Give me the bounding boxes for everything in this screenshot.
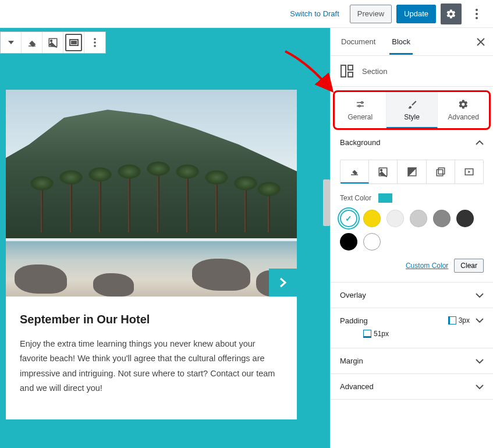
panel-padding: Padding 3px 51px <box>331 308 493 348</box>
settings-sidebar: Document Block Section General Style <box>330 28 493 448</box>
svg-point-1 <box>476 13 478 15</box>
paint-bucket-button[interactable] <box>22 32 42 53</box>
chevron-down-icon <box>476 384 484 389</box>
padding-left-icon <box>448 316 456 324</box>
svg-rect-10 <box>341 65 346 77</box>
panel-padding-toggle[interactable]: Padding 3px 51px <box>331 308 493 348</box>
color-swatch-yellow[interactable] <box>363 210 381 227</box>
panel-background-label: Background <box>340 138 380 147</box>
subtab-general-label: General <box>347 113 373 121</box>
panel-overlay-toggle[interactable]: Overlay <box>331 283 493 308</box>
clear-color-button[interactable]: Clear <box>454 259 484 273</box>
tab-document[interactable]: Document <box>333 29 384 54</box>
panel-margin-toggle[interactable]: Margin <box>331 348 493 373</box>
image-icon <box>48 37 58 48</box>
chevron-down-icon <box>476 318 484 323</box>
preview-button[interactable]: Preview <box>350 5 392 23</box>
color-swatch-charcoal[interactable] <box>456 210 474 227</box>
gear-icon <box>458 99 469 110</box>
svg-point-14 <box>359 105 360 107</box>
more-options-button[interactable] <box>466 3 487 24</box>
block-type-row: Section <box>331 56 493 87</box>
panel-padding-label: Padding <box>340 316 368 325</box>
card-text[interactable]: Enjoy the extra time learning things you… <box>20 337 283 396</box>
sidebar-tabs: Document Block <box>331 28 493 56</box>
section-block-icon <box>340 64 354 78</box>
editor-canvas[interactable]: September in Our Hotel Enjoy the extra t… <box>0 28 330 448</box>
card-title[interactable]: September in Our Hotel <box>20 313 283 326</box>
fullwidth-button[interactable] <box>63 32 84 53</box>
bg-type-video[interactable] <box>455 160 483 184</box>
subtab-style[interactable]: Style <box>386 92 438 128</box>
svg-rect-18 <box>438 168 445 174</box>
padding-bottom-value: 51px <box>374 330 389 338</box>
paint-bucket-icon <box>349 166 360 177</box>
chevron-down-icon <box>8 41 14 44</box>
bg-type-gradient[interactable] <box>398 160 426 184</box>
panel-background-toggle[interactable]: Background <box>331 130 493 155</box>
subtab-advanced-label: Advanced <box>448 113 478 121</box>
update-button[interactable]: Update <box>396 5 436 23</box>
scrollbar-thumb[interactable] <box>323 179 330 226</box>
chevron-down-icon <box>476 293 484 298</box>
layers-icon <box>435 167 446 177</box>
bg-type-image[interactable] <box>369 160 398 184</box>
sliders-icon <box>355 99 366 110</box>
svg-point-8 <box>94 41 96 44</box>
subtab-style-label: Style <box>404 113 420 121</box>
brush-icon <box>407 99 417 110</box>
panel-margin-label: Margin <box>340 357 363 365</box>
image-button[interactable] <box>42 32 63 53</box>
card-image <box>6 90 297 297</box>
chevron-up-icon <box>476 140 484 145</box>
kebab-icon <box>476 9 478 19</box>
text-color-label: Text Color <box>340 194 371 202</box>
sidebar-close-button[interactable] <box>471 32 491 52</box>
switch-to-draft-link[interactable]: Switch to Draft <box>290 9 339 18</box>
gear-icon <box>446 9 456 19</box>
svg-rect-6 <box>72 41 76 44</box>
block-type-dropdown[interactable] <box>1 32 22 53</box>
chevron-down-icon <box>476 359 484 364</box>
bg-type-color[interactable] <box>341 160 369 184</box>
bg-type-slider[interactable] <box>427 160 455 184</box>
svg-rect-19 <box>437 170 443 176</box>
subtabs-highlight: General Style Advanced <box>333 90 491 130</box>
color-swatch-white[interactable] <box>340 210 357 227</box>
color-swatch-lightgray[interactable] <box>386 210 404 227</box>
padding-left-value: 3px <box>459 316 470 324</box>
close-icon <box>477 38 485 46</box>
panel-background: Background Text Color <box>331 130 493 283</box>
panel-margin: Margin <box>331 348 493 374</box>
color-swatch-black[interactable] <box>340 233 357 251</box>
carousel-next-button[interactable] <box>269 269 297 297</box>
svg-point-2 <box>476 17 478 19</box>
svg-rect-12 <box>348 72 353 77</box>
block-type-label: Section <box>362 67 387 76</box>
block-more-button[interactable] <box>84 32 105 53</box>
gradient-icon <box>407 167 417 177</box>
panel-advanced-toggle[interactable]: Advanced <box>331 374 493 399</box>
content-card[interactable]: September in Our Hotel Enjoy the extra t… <box>6 90 297 419</box>
svg-point-13 <box>361 102 363 104</box>
color-swatch-gray[interactable] <box>410 210 427 227</box>
fullwidth-icon <box>69 39 79 46</box>
padding-bottom-icon <box>363 330 371 338</box>
svg-point-7 <box>94 38 96 40</box>
current-text-color-swatch <box>378 193 392 203</box>
kebab-icon <box>94 38 96 47</box>
subtab-general[interactable]: General <box>335 92 386 128</box>
subtab-advanced[interactable]: Advanced <box>438 92 489 128</box>
custom-color-link[interactable]: Custom Color <box>406 262 448 270</box>
tab-block[interactable]: Block <box>384 29 418 54</box>
settings-gear-button[interactable] <box>441 3 462 24</box>
color-swatch-darkgray[interactable] <box>433 210 451 227</box>
svg-point-4 <box>50 40 52 42</box>
paint-bucket-icon <box>27 37 37 48</box>
editor-top-bar: Switch to Draft Preview Update <box>0 0 493 28</box>
svg-point-9 <box>94 45 96 47</box>
image-icon <box>378 167 388 177</box>
color-palette <box>340 210 484 251</box>
color-swatch-none[interactable] <box>363 233 381 251</box>
background-type-tabs <box>340 160 484 184</box>
